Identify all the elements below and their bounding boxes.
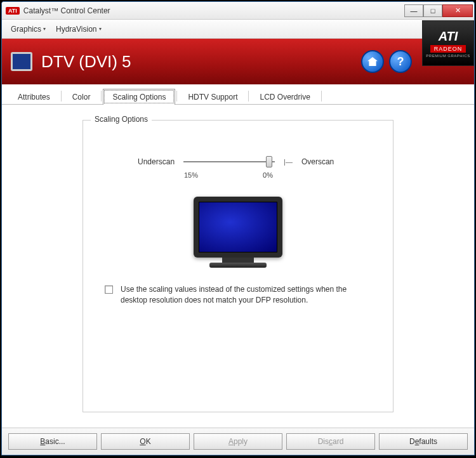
slider-ticks: 15% 0% bbox=[101, 171, 375, 179]
menu-label: HydraVision bbox=[56, 25, 96, 34]
tab-color[interactable]: Color bbox=[63, 89, 100, 105]
underscan-label: Underscan bbox=[124, 157, 175, 166]
chevron-down-icon: ▾ bbox=[99, 26, 102, 32]
tab-hdtv-support[interactable]: HDTV Support bbox=[178, 89, 247, 105]
chevron-down-icon: ▾ bbox=[43, 26, 46, 32]
tab-lcd-overdrive[interactable]: LCD Overdrive bbox=[250, 89, 319, 105]
close-button[interactable]: ✕ bbox=[442, 4, 473, 17]
window-controls: — □ ✕ bbox=[404, 4, 473, 17]
home-icon bbox=[367, 57, 378, 66]
tab-scaling-options[interactable]: Scaling Options bbox=[103, 89, 175, 105]
button-bar: Basic... OK Apply Discard Defaults bbox=[2, 428, 474, 455]
defaults-button[interactable]: Defaults bbox=[379, 433, 468, 450]
scaling-slider-row: Underscan |— Overscan bbox=[101, 156, 375, 167]
menubar: Graphics ▾ HydraVision ▾ Options ▾ ATI R… bbox=[2, 20, 474, 39]
help-button[interactable]: ? bbox=[389, 50, 412, 73]
logo-sub: PREMIUM GRAPHICS bbox=[426, 54, 470, 58]
minimize-button[interactable]: — bbox=[404, 4, 423, 17]
monitor-preview bbox=[101, 197, 375, 266]
logo-radeon: RADEON bbox=[430, 45, 466, 53]
header-band: DTV (DVI) 5 ? bbox=[2, 39, 474, 84]
tick-max: 0% bbox=[263, 171, 273, 179]
use-scaling-checkbox[interactable] bbox=[105, 285, 113, 294]
tick-min: 15% bbox=[184, 171, 198, 179]
monitor-screen-icon bbox=[199, 202, 277, 252]
app-window: ATI Catalyst™ Control Center — □ ✕ Graph… bbox=[1, 1, 475, 455]
brand-logo: ATI RADEON PREMIUM GRAPHICS bbox=[422, 20, 474, 66]
overscan-label: Overscan bbox=[301, 157, 352, 166]
content-area: Scaling Options Underscan |— Overscan 15… bbox=[2, 105, 474, 428]
slider-thumb[interactable] bbox=[266, 156, 272, 167]
help-icon: ? bbox=[397, 55, 404, 69]
scaling-slider[interactable] bbox=[183, 156, 275, 167]
menu-label: Graphics bbox=[11, 25, 41, 34]
tabbar: Attributes Color Scaling Options HDTV Su… bbox=[2, 84, 474, 105]
monitor-frame-icon bbox=[194, 197, 282, 258]
use-scaling-label: Use the scaling values instead of the cu… bbox=[121, 284, 371, 306]
scaling-options-group: Scaling Options Underscan |— Overscan 15… bbox=[83, 120, 393, 412]
menu-graphics[interactable]: Graphics ▾ bbox=[6, 22, 51, 36]
logo-brand: ATI bbox=[439, 29, 458, 44]
use-scaling-values-row: Use the scaling values instead of the cu… bbox=[101, 284, 375, 306]
titlebar: ATI Catalyst™ Control Center — □ ✕ bbox=[2, 2, 474, 20]
apply-button[interactable]: Apply bbox=[194, 433, 282, 450]
discard-button[interactable]: Discard bbox=[286, 433, 375, 450]
ati-badge-icon: ATI bbox=[6, 7, 20, 15]
monitor-icon bbox=[11, 52, 32, 71]
home-button[interactable] bbox=[361, 50, 384, 73]
basic-button[interactable]: Basic... bbox=[8, 433, 97, 450]
tab-attributes[interactable]: Attributes bbox=[8, 89, 60, 105]
maximize-button[interactable]: □ bbox=[423, 4, 442, 17]
window-title: Catalyst™ Control Center bbox=[23, 6, 404, 15]
menu-hydravision[interactable]: HydraVision ▾ bbox=[51, 22, 106, 36]
slider-separator: |— bbox=[284, 158, 293, 166]
ok-button[interactable]: OK bbox=[101, 433, 190, 450]
page-title: DTV (DVI) 5 bbox=[41, 52, 361, 72]
group-title: Scaling Options bbox=[91, 115, 152, 124]
